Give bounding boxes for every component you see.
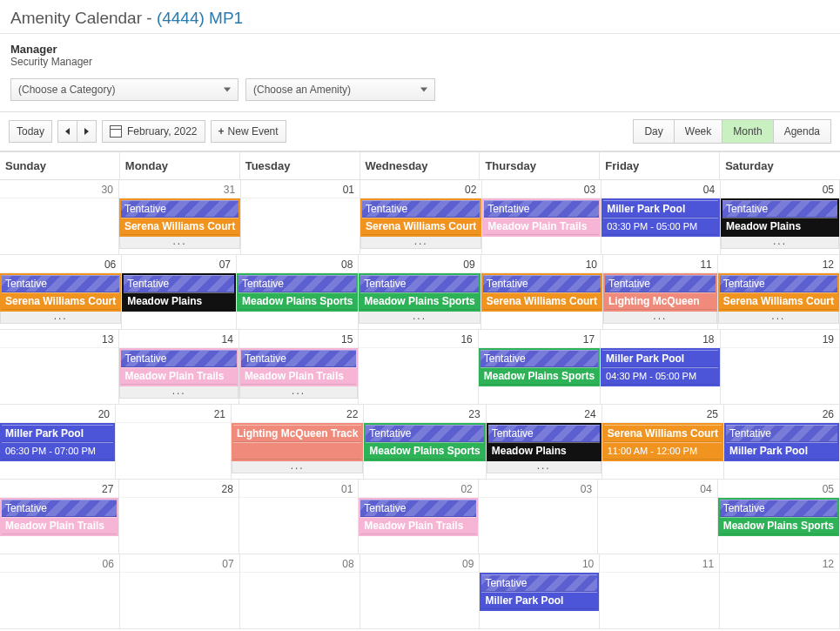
- prev-button[interactable]: [57, 120, 77, 143]
- day-cell[interactable]: 26 Tentative Miller Park Pool: [724, 405, 840, 480]
- day-cell[interactable]: 28: [119, 480, 239, 554]
- event[interactable]: Tentative Miller Park Pool: [480, 573, 599, 611]
- event[interactable]: Miller Park Pool 04:30 PM - 05:00 PM: [601, 348, 719, 386]
- category-select[interactable]: (Choose a Category): [10, 78, 239, 101]
- day-cell[interactable]: 23 Tentative Meadow Plains Sports: [364, 405, 486, 480]
- day-cell[interactable]: 02 Tentative Meadow Plain Trails: [359, 480, 478, 554]
- event[interactable]: Tentative Meadow Plain Trails: [359, 498, 477, 536]
- more-button[interactable]: ...: [119, 237, 240, 249]
- day-cell[interactable]: 08 Tentative Meadow Plains Sports: [237, 255, 359, 330]
- day-cell[interactable]: 07: [120, 554, 240, 629]
- day-cell[interactable]: 02 Tentative Serena Williams Court ...: [360, 180, 482, 255]
- view-day[interactable]: Day: [634, 120, 673, 143]
- period-picker[interactable]: February, 2022: [102, 120, 205, 143]
- event[interactable]: Tentative Serena Williams Court: [119, 198, 240, 237]
- more-button[interactable]: ...: [360, 237, 481, 249]
- day-cell[interactable]: 07 Tentative Meadow Plains: [122, 255, 237, 330]
- event[interactable]: Tentative Serena Williams Court: [0, 273, 121, 312]
- day-cell[interactable]: 18 Miller Park Pool 04:30 PM - 05:00 PM: [601, 330, 720, 405]
- day-cell[interactable]: 11 Tentative Lighting McQueen ...: [603, 255, 718, 330]
- day-cell[interactable]: 03: [479, 480, 598, 554]
- day-cell[interactable]: 04: [598, 480, 717, 554]
- day-cell[interactable]: 12: [720, 554, 840, 629]
- view-month[interactable]: Month: [722, 120, 772, 143]
- day-cell[interactable]: 04 Miller Park Pool 03:30 PM - 05:00 PM: [601, 180, 721, 255]
- day-number: 31: [119, 180, 240, 198]
- event[interactable]: Tentative Meadow Plain Trails: [482, 198, 601, 237]
- event-title: Meadow Plain Trails: [124, 370, 224, 382]
- page-title: Amenity Calendar - (4444) MP1: [0, 0, 840, 33]
- week-row: 27 Tentative Meadow Plain Trails 28 01 0…: [0, 480, 840, 554]
- day-cell[interactable]: 31 Tentative Serena Williams Court ...: [119, 180, 241, 255]
- more-button[interactable]: ...: [239, 386, 358, 399]
- day-cell[interactable]: 06: [0, 554, 120, 629]
- event-title: Meadow Plains Sports: [364, 295, 474, 307]
- day-cell[interactable]: 01: [241, 180, 360, 255]
- day-cell[interactable]: 16: [359, 330, 478, 405]
- event-time: 06:30 PM - 07:00 PM: [5, 446, 96, 456]
- today-button[interactable]: Today: [9, 120, 52, 143]
- day-cell[interactable]: 22 Lighting McQueen Track ...: [232, 405, 364, 480]
- event-title: Serena Williams Court: [608, 427, 718, 440]
- event[interactable]: Tentative Meadow Plains: [122, 273, 236, 312]
- more-button[interactable]: ...: [603, 312, 717, 324]
- event[interactable]: Tentative Miller Park Pool: [724, 423, 839, 461]
- next-button[interactable]: [77, 120, 97, 143]
- more-button[interactable]: ...: [0, 312, 121, 324]
- day-cell[interactable]: 12 Tentative Serena Williams Court ...: [718, 255, 840, 330]
- amenity-select[interactable]: (Choose an Amenity): [245, 78, 435, 101]
- event[interactable]: Tentative Meadow Plain Trails: [0, 498, 118, 536]
- event[interactable]: Serena Williams Court 11:00 AM - 12:00 P…: [602, 423, 723, 461]
- day-cell[interactable]: 27 Tentative Meadow Plain Trails: [0, 480, 119, 554]
- event[interactable]: Tentative Serena Williams Court: [360, 198, 481, 237]
- event[interactable]: Tentative Meadow Plains Sports: [479, 348, 600, 386]
- event[interactable]: Tentative Meadow Plains Sports: [364, 423, 485, 461]
- event[interactable]: Tentative Meadow Plains: [487, 423, 601, 461]
- day-cell[interactable]: 05 Tentative Meadow Plains ...: [721, 180, 840, 255]
- event[interactable]: Tentative Meadow Plains: [721, 198, 839, 237]
- day-cell[interactable]: 05 Tentative Meadow Plains Sports: [718, 480, 840, 554]
- day-cell[interactable]: 09 Tentative Meadow Plains Sports ...: [359, 255, 480, 330]
- day-cell[interactable]: 08: [240, 554, 360, 629]
- more-button[interactable]: ...: [718, 312, 839, 324]
- day-cell[interactable]: 14 Tentative Meadow Plain Trails ...: [119, 330, 239, 405]
- day-cell[interactable]: 01: [239, 480, 359, 554]
- day-cell[interactable]: 30: [0, 180, 119, 255]
- event[interactable]: Tentative Serena Williams Court: [481, 273, 602, 312]
- day-number: 02: [359, 480, 477, 498]
- day-cell[interactable]: 03 Tentative Meadow Plain Trails: [482, 180, 601, 255]
- event[interactable]: Tentative Serena Williams Court: [718, 273, 839, 312]
- more-button[interactable]: ...: [232, 461, 363, 473]
- more-button[interactable]: ...: [721, 237, 839, 249]
- event[interactable]: Miller Park Pool 06:30 PM - 07:00 PM: [0, 423, 115, 461]
- event[interactable]: Tentative Meadow Plains Sports: [718, 498, 839, 536]
- day-cell[interactable]: 13: [0, 330, 119, 405]
- day-cell[interactable]: 15 Tentative Meadow Plain Trails ...: [239, 330, 359, 405]
- event[interactable]: Tentative Meadow Plains Sports: [359, 273, 480, 312]
- manager-label: Manager: [10, 43, 830, 56]
- day-cell[interactable]: 24 Tentative Meadow Plains ...: [487, 405, 602, 480]
- view-agenda[interactable]: Agenda: [773, 120, 830, 143]
- event[interactable]: Lighting McQueen Track: [232, 423, 363, 461]
- day-cell[interactable]: 17 Tentative Meadow Plains Sports: [479, 330, 601, 405]
- day-cell[interactable]: 10 Tentative Serena Williams Court: [481, 255, 603, 330]
- event[interactable]: Tentative Meadow Plains Sports: [237, 273, 358, 312]
- day-cell[interactable]: 19: [721, 330, 840, 405]
- day-cell[interactable]: 11: [600, 554, 720, 629]
- more-button[interactable]: ...: [119, 386, 238, 399]
- day-cell[interactable]: 06 Tentative Serena Williams Court ...: [0, 255, 122, 330]
- view-week[interactable]: Week: [674, 120, 722, 143]
- new-event-button[interactable]: + New Event: [211, 120, 286, 143]
- day-cell[interactable]: 10 Tentative Miller Park Pool: [480, 554, 600, 629]
- more-button[interactable]: ...: [359, 312, 480, 324]
- day-cell[interactable]: 20 Miller Park Pool 06:30 PM - 07:00 PM: [0, 405, 116, 480]
- amenity-link[interactable]: (4444) MP1: [157, 9, 243, 27]
- day-cell[interactable]: 09: [360, 554, 480, 629]
- event[interactable]: Tentative Lighting McQueen: [603, 273, 717, 312]
- day-cell[interactable]: 21: [116, 405, 232, 480]
- day-cell[interactable]: 25 Serena Williams Court 11:00 AM - 12:0…: [602, 405, 724, 480]
- event[interactable]: Tentative Meadow Plain Trails: [119, 348, 238, 386]
- event[interactable]: Miller Park Pool 03:30 PM - 05:00 PM: [601, 198, 720, 237]
- event[interactable]: Tentative Meadow Plain Trails: [239, 348, 358, 386]
- more-button[interactable]: ...: [487, 461, 601, 473]
